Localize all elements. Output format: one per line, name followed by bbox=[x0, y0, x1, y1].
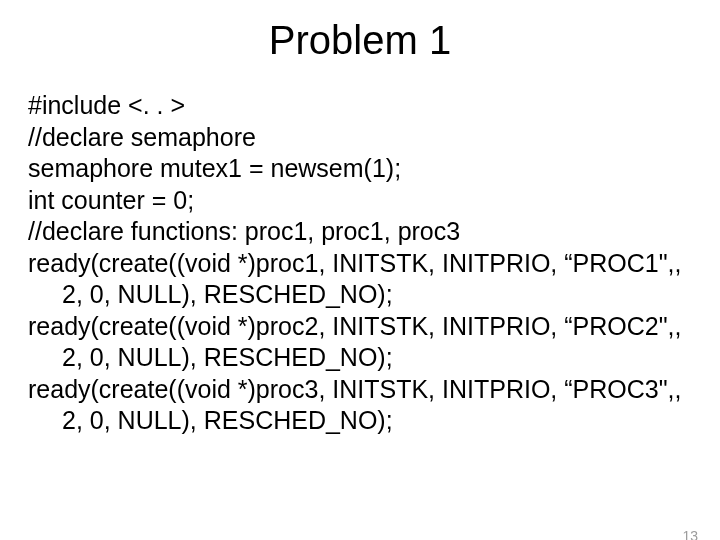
code-line: ready(create((void *)proc2, INITSTK, INI… bbox=[28, 312, 692, 342]
code-line: ready(create((void *)proc1, INITSTK, INI… bbox=[28, 249, 692, 279]
code-body: #include <. . > //declare semaphore sema… bbox=[0, 91, 720, 436]
code-line-cont: 2, 0, NULL), RESCHED_NO); bbox=[28, 280, 692, 310]
code-line-cont: 2, 0, NULL), RESCHED_NO); bbox=[28, 406, 692, 436]
code-line: ready(create((void *)proc3, INITSTK, INI… bbox=[28, 375, 692, 405]
code-line: //declare functions: proc1, proc1, proc3 bbox=[28, 217, 692, 247]
page-number: 13 bbox=[682, 528, 698, 540]
code-line: semaphore mutex1 = newsem(1); bbox=[28, 154, 692, 184]
slide-title: Problem 1 bbox=[0, 18, 720, 63]
code-line-cont: 2, 0, NULL), RESCHED_NO); bbox=[28, 343, 692, 373]
code-line: //declare semaphore bbox=[28, 123, 692, 153]
code-line: #include <. . > bbox=[28, 91, 692, 121]
slide: Problem 1 #include <. . > //declare sema… bbox=[0, 18, 720, 540]
code-line: int counter = 0; bbox=[28, 186, 692, 216]
